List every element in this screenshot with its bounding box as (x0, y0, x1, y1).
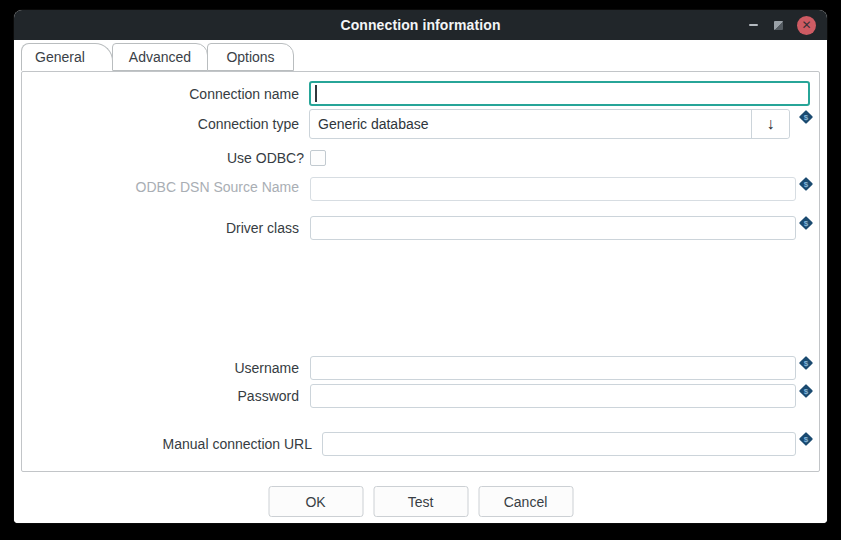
variable-icon: $ (799, 356, 813, 370)
connection-name-label: Connection name (22, 85, 299, 103)
username-label: Username (22, 359, 299, 377)
close-icon[interactable]: ✕ (797, 16, 816, 35)
general-tab-panel: Connection name Connection type Generic … (21, 71, 820, 472)
connection-type-value: Generic database (310, 116, 751, 132)
ok-button[interactable]: OK (268, 486, 363, 517)
tab-general[interactable]: General (21, 43, 113, 71)
tab-options[interactable]: Options (207, 43, 294, 71)
driver-class-input[interactable] (310, 216, 796, 240)
minimize-icon[interactable] (747, 19, 759, 31)
window-title: Connection information (340, 17, 500, 33)
variable-icon: $ (799, 177, 813, 191)
text-caret (315, 85, 317, 102)
tab-advanced[interactable]: Advanced (112, 43, 208, 71)
use-odbc-checkbox[interactable] (310, 150, 326, 166)
dialog-buttons: OK Test Cancel (268, 486, 573, 517)
tab-bar: General Advanced Options (21, 43, 293, 72)
manual-url-input[interactable] (322, 432, 796, 456)
password-label: Password (22, 387, 299, 405)
use-odbc-label: Use ODBC? (22, 149, 304, 167)
cancel-button[interactable]: Cancel (478, 486, 573, 517)
driver-class-label: Driver class (22, 219, 299, 237)
test-button[interactable]: Test (373, 486, 468, 517)
dropdown-arrow-icon[interactable]: ↓ (751, 110, 789, 138)
titlebar[interactable]: Connection information ✕ (14, 10, 827, 41)
variable-icon: $ (799, 384, 813, 398)
connection-type-label: Connection type (22, 115, 299, 133)
connection-dialog-window: Connection information ✕ General Advance… (14, 10, 827, 523)
window-controls: ✕ (747, 10, 816, 40)
odbc-dsn-label: ODBC DSN Source Name (22, 178, 299, 196)
variable-icon: $ (799, 216, 813, 230)
variable-icon: $ (799, 110, 813, 124)
connection-type-select[interactable]: Generic database ↓ (309, 109, 790, 139)
connection-name-input[interactable] (309, 81, 810, 106)
password-input[interactable] (310, 384, 796, 408)
manual-url-label: Manual connection URL (22, 435, 312, 453)
dialog-content: General Advanced Options Connection name… (14, 40, 827, 523)
restore-icon[interactable] (772, 19, 784, 31)
odbc-dsn-input[interactable] (310, 177, 796, 201)
username-input[interactable] (310, 356, 796, 380)
variable-icon: $ (799, 432, 813, 446)
